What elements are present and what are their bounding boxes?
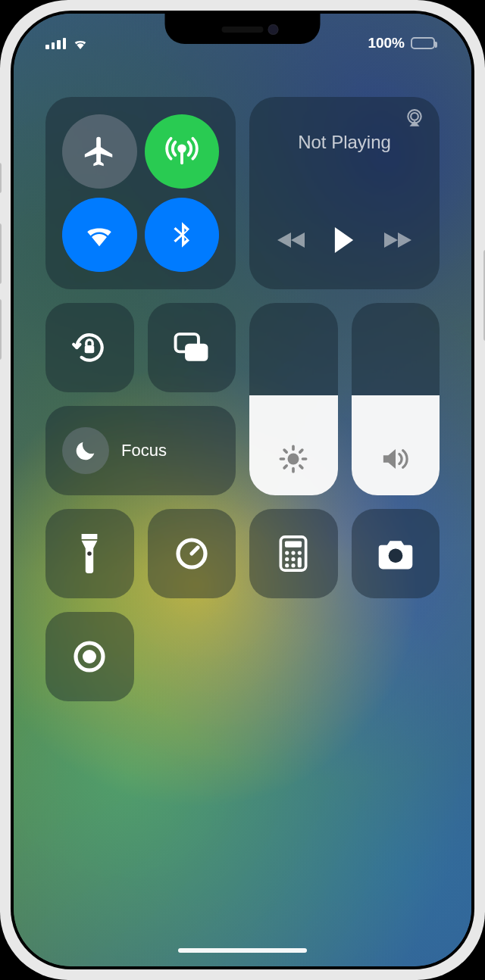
camera-icon	[376, 538, 415, 570]
svg-point-6	[288, 454, 299, 465]
antenna-icon	[164, 134, 199, 169]
svg-rect-4	[175, 334, 198, 351]
sun-icon	[249, 444, 338, 474]
fast-forward-button[interactable]	[381, 229, 411, 251]
screen-mirroring-icon	[173, 331, 211, 364]
svg-point-23	[83, 650, 96, 663]
wifi-status-icon	[72, 37, 89, 49]
bluetooth-icon	[167, 218, 197, 251]
play-icon	[333, 227, 355, 253]
svg-point-20	[388, 549, 402, 563]
wifi-button[interactable]	[62, 198, 137, 273]
mute-switch	[0, 163, 2, 193]
svg-point-15	[292, 557, 296, 561]
control-center: Not Playing	[45, 97, 440, 701]
screen-record-button[interactable]	[45, 612, 134, 701]
svg-point-19	[388, 549, 402, 563]
battery-icon	[411, 37, 435, 49]
svg-point-7	[87, 551, 92, 556]
airplay-icon[interactable]	[405, 109, 424, 127]
flashlight-button[interactable]	[45, 509, 134, 598]
calculator-icon	[279, 535, 308, 572]
timer-icon	[174, 535, 210, 572]
focus-button[interactable]: Focus	[45, 406, 236, 495]
rewind-icon	[277, 229, 308, 251]
orientation-lock-icon	[70, 329, 108, 367]
svg-point-0	[179, 145, 185, 151]
focus-label: Focus	[121, 441, 167, 460]
svg-point-21	[388, 549, 402, 563]
fast-forward-icon	[381, 229, 411, 251]
camera-button[interactable]	[352, 509, 440, 598]
play-button[interactable]	[333, 227, 355, 253]
bluetooth-button[interactable]	[145, 198, 220, 273]
svg-point-1	[408, 110, 421, 123]
device-frame: 100%	[0, 0, 485, 980]
moon-icon	[73, 438, 99, 463]
media-title: Not Playing	[264, 132, 424, 153]
media-controls-group[interactable]: Not Playing	[249, 97, 440, 289]
connectivity-group	[45, 97, 236, 289]
battery-percentage: 100%	[368, 35, 405, 51]
calculator-button[interactable]	[249, 509, 338, 598]
screen-mirroring-button[interactable]	[148, 303, 236, 392]
wifi-icon	[82, 217, 117, 252]
rewind-button[interactable]	[277, 229, 308, 251]
svg-point-2	[411, 113, 418, 120]
flashlight-icon	[79, 534, 100, 573]
svg-rect-10	[285, 541, 302, 547]
svg-point-17	[292, 563, 296, 567]
timer-button[interactable]	[148, 509, 236, 598]
svg-point-11	[285, 551, 289, 554]
brightness-slider[interactable]	[249, 303, 338, 495]
svg-point-12	[292, 551, 296, 554]
svg-point-13	[298, 551, 302, 554]
svg-point-22	[76, 643, 103, 670]
home-indicator[interactable]	[178, 948, 307, 953]
screen: 100%	[14, 14, 471, 966]
svg-rect-18	[298, 557, 302, 567]
svg-rect-5	[185, 344, 208, 361]
cellular-signal-icon	[45, 37, 66, 49]
svg-rect-9	[281, 537, 306, 570]
volume-down-button	[0, 299, 2, 360]
speaker-icon	[352, 444, 440, 474]
airplane-mode-button[interactable]	[62, 114, 137, 189]
svg-rect-3	[85, 345, 95, 353]
airplane-icon	[82, 134, 117, 169]
svg-point-14	[285, 557, 289, 561]
record-icon	[71, 638, 108, 675]
notch	[165, 14, 321, 44]
volume-slider[interactable]	[352, 303, 440, 495]
orientation-lock-button[interactable]	[45, 303, 134, 392]
svg-point-16	[285, 563, 289, 567]
svg-point-8	[178, 540, 205, 567]
moon-icon-wrap	[62, 427, 109, 474]
volume-up-button	[0, 223, 2, 284]
cellular-data-button[interactable]	[145, 114, 220, 189]
